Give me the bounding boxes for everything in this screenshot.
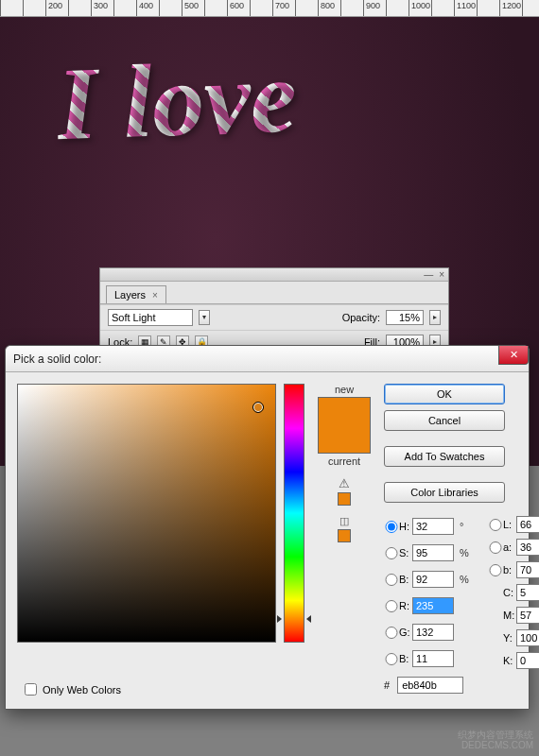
radio-s[interactable] bbox=[384, 547, 399, 559]
radio-h[interactable] bbox=[384, 521, 399, 533]
dialog-title: Pick a solid color: bbox=[13, 352, 101, 366]
current-color-swatch bbox=[319, 425, 370, 453]
cancel-button[interactable]: Cancel bbox=[384, 410, 505, 431]
layers-tab-label: Layers bbox=[114, 289, 146, 301]
c-input[interactable] bbox=[516, 584, 539, 601]
hex-input[interactable] bbox=[397, 677, 463, 694]
radio-g[interactable] bbox=[384, 627, 399, 639]
b-input[interactable] bbox=[412, 571, 454, 588]
radio-bb[interactable] bbox=[384, 653, 399, 665]
lab-b-input[interactable] bbox=[516, 561, 539, 578]
l-input[interactable] bbox=[516, 516, 539, 533]
radio-l[interactable] bbox=[488, 519, 503, 531]
a-input[interactable] bbox=[516, 539, 539, 556]
r-input[interactable] bbox=[412, 597, 454, 614]
blend-mode-select[interactable] bbox=[108, 309, 193, 326]
opacity-input[interactable] bbox=[386, 310, 424, 325]
chevron-right-icon[interactable]: ▸ bbox=[429, 310, 441, 325]
close-icon[interactable]: × bbox=[152, 290, 158, 301]
blue-input[interactable] bbox=[412, 650, 454, 667]
hex-label: # bbox=[384, 679, 390, 691]
radio-b[interactable] bbox=[384, 574, 399, 586]
only-web-colors-checkbox[interactable]: Only Web Colors bbox=[25, 683, 121, 696]
add-to-swatches-button[interactable]: Add To Swatches bbox=[384, 446, 505, 467]
layers-panel: — × Layers × ▾ Opacity: ▸ Lock: ▦ ✎ ✥ 🔒 … bbox=[99, 267, 449, 354]
close-button[interactable]: ✕ bbox=[498, 346, 529, 365]
m-input[interactable] bbox=[516, 607, 539, 624]
minimize-icon[interactable]: — bbox=[424, 269, 433, 280]
candy-script-text: I love bbox=[55, 43, 502, 151]
color-swatch bbox=[318, 397, 371, 454]
gamut-swatch[interactable] bbox=[338, 492, 351, 506]
layers-tab[interactable]: Layers × bbox=[106, 285, 166, 303]
y-input[interactable] bbox=[516, 629, 539, 646]
opacity-label: Opacity: bbox=[342, 312, 380, 323]
horizontal-ruler: 200300400500600700800900100011001200130 bbox=[0, 0, 539, 17]
new-label: new bbox=[335, 384, 354, 395]
radio-lb[interactable] bbox=[488, 564, 503, 576]
cube-icon[interactable]: ◫ bbox=[339, 515, 349, 527]
hue-slider-thumb[interactable] bbox=[279, 619, 309, 620]
g-input[interactable] bbox=[412, 624, 454, 641]
radio-a[interactable] bbox=[488, 541, 503, 554]
ok-button[interactable]: OK bbox=[384, 384, 505, 404]
color-libraries-button[interactable]: Color Libraries bbox=[384, 482, 505, 503]
websafe-swatch[interactable] bbox=[338, 529, 351, 542]
h-input[interactable] bbox=[412, 518, 454, 535]
blend-opacity-row: ▾ Opacity: ▸ bbox=[100, 304, 448, 330]
dialog-titlebar[interactable]: Pick a solid color: ✕ bbox=[6, 346, 529, 372]
close-icon[interactable]: × bbox=[439, 269, 444, 280]
hue-slider[interactable] bbox=[284, 384, 304, 643]
layers-titlebar[interactable]: — × bbox=[100, 268, 448, 282]
chevron-down-icon[interactable]: ▾ bbox=[199, 310, 210, 325]
current-label: current bbox=[328, 455, 360, 467]
radio-r[interactable] bbox=[384, 600, 399, 612]
color-picker-cursor[interactable] bbox=[252, 402, 264, 413]
k-input[interactable] bbox=[516, 652, 539, 669]
color-field[interactable] bbox=[17, 384, 276, 643]
color-picker-dialog: Pick a solid color: ✕ new current ⚠ ◫ bbox=[5, 345, 530, 710]
only-web-colors-input[interactable] bbox=[25, 683, 37, 696]
only-web-colors-label: Only Web Colors bbox=[43, 684, 121, 696]
s-input[interactable] bbox=[412, 544, 454, 561]
new-color-swatch bbox=[319, 398, 370, 425]
watermark: 织梦内容管理系统 DEDECMS.COM bbox=[458, 730, 533, 750]
warning-icon[interactable]: ⚠ bbox=[339, 476, 350, 490]
